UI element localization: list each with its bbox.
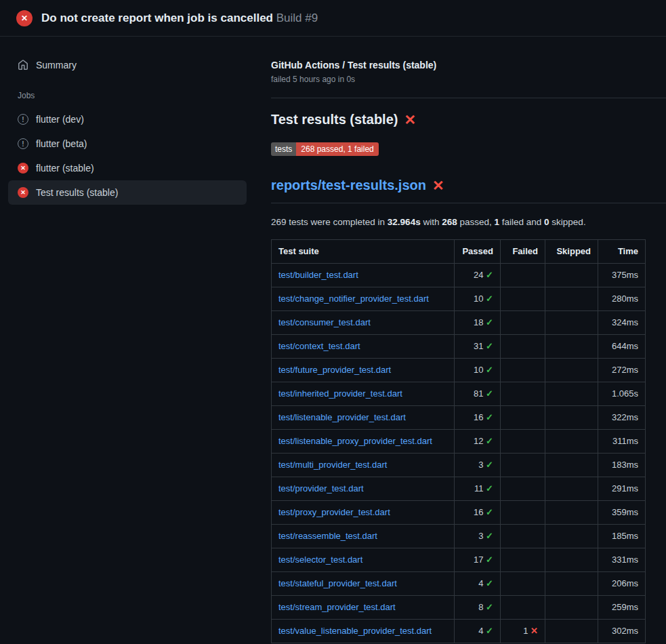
sidebar-item-label: flutter (dev) (36, 114, 84, 125)
build-title: Do not create report when job is cancell… (41, 12, 318, 25)
results-table-body: test/builder_test.dart24 ✓375mstest/chan… (272, 264, 646, 643)
time-cell: 302ms (598, 620, 646, 643)
check-icon: ✓ (486, 317, 493, 327)
table-row: test/reassemble_test.dart3 ✓185ms (272, 525, 646, 548)
test-suite-link[interactable]: test/stream_provider_test.dart (278, 602, 396, 612)
table-row: test/builder_test.dart24 ✓375ms (272, 264, 646, 287)
test-suite-link[interactable]: test/context_test.dart (278, 341, 360, 351)
sidebar-item-test-results-stable[interactable]: ✕Test results (stable) (8, 180, 247, 205)
test-suite-link[interactable]: test/reassemble_test.dart (278, 531, 377, 541)
failed-cell (501, 501, 545, 525)
check-icon: ✓ (486, 294, 493, 304)
check-icon: ✓ (486, 341, 493, 351)
skipped-cell (545, 620, 598, 643)
summary-passed-count: 268 (442, 217, 457, 227)
skipped-cell (545, 311, 598, 335)
test-suite-link[interactable]: test/inherited_provider_test.dart (278, 388, 402, 399)
table-row: test/listenable_proxy_provider_test.dart… (272, 430, 646, 454)
passed-cell: 31 ✓ (455, 335, 501, 359)
check-icon: ✓ (486, 412, 493, 422)
sidebar-item-flutter-dev[interactable]: !flutter (dev) (8, 107, 247, 132)
check-icon: ✓ (486, 578, 493, 588)
failed-cell (501, 359, 545, 382)
skipped-cell (545, 430, 598, 454)
time-cell: 324ms (598, 311, 646, 335)
test-suite-cell: test/provider_test.dart (272, 477, 455, 501)
x-circle-icon: ✕ (16, 10, 33, 26)
test-suite-cell: test/value_listenable_provider_test.dart (272, 620, 455, 643)
test-suite-link[interactable]: test/future_provider_test.dart (278, 365, 391, 375)
summary-part: skipped. (549, 217, 586, 227)
summary-part: with (421, 217, 442, 227)
failed-x-icon: ✕ (404, 113, 416, 127)
time-cell: 272ms (598, 359, 646, 382)
time-cell: 644ms (598, 335, 646, 359)
main-content: GitHub Actions / Test results (stable) f… (255, 37, 666, 643)
test-suite-link[interactable]: test/change_notifier_provider_test.dart (278, 294, 429, 304)
column-header-time: Time (598, 240, 646, 264)
skipped-cell (545, 477, 598, 501)
check-icon: ✓ (486, 555, 493, 565)
badge-value: 268 passed, 1 failed (296, 142, 378, 156)
summary-duration: 32.964s (388, 217, 421, 227)
failed-cell (501, 406, 545, 430)
table-row: test/value_listenable_provider_test.dart… (272, 620, 646, 643)
sidebar-item-label: Test results (stable) (36, 187, 118, 198)
test-suite-link[interactable]: test/listenable_proxy_provider_test.dart (278, 436, 432, 446)
failed-x-icon: ✕ (432, 178, 444, 193)
column-header-passed: Passed (455, 240, 501, 264)
time-cell: 322ms (598, 406, 646, 430)
check-icon: ✓ (486, 388, 493, 399)
exclamation-circle-icon: ! (18, 114, 28, 125)
skipped-cell (545, 572, 598, 596)
passed-cell: 16 ✓ (455, 406, 501, 430)
passed-cell: 3 ✓ (455, 525, 501, 548)
report-link[interactable]: reports/test-results.json (271, 178, 426, 193)
test-suite-link[interactable]: test/stateful_provider_test.dart (278, 578, 397, 588)
passed-cell: 17 ✓ (455, 548, 501, 572)
summary-part: failed and (499, 217, 544, 227)
skipped-cell (545, 264, 598, 287)
test-suite-link[interactable]: test/listenable_provider_test.dart (278, 412, 406, 422)
table-row: test/selector_test.dart17 ✓331ms (272, 548, 646, 572)
summary-skipped-count: 0 (544, 217, 549, 227)
sidebar: Summary Jobs !flutter (dev)!flutter (bet… (0, 37, 255, 205)
test-suite-link[interactable]: test/selector_test.dart (278, 555, 362, 565)
home-icon (18, 60, 28, 71)
sidebar-item-flutter-beta[interactable]: !flutter (beta) (8, 132, 247, 156)
jobs-section-heading: Jobs (8, 77, 247, 107)
test-suite-link[interactable]: test/value_listenable_provider_test.dart (278, 626, 432, 636)
failed-cell: 1 ✕ (501, 620, 545, 643)
failed-cell (501, 382, 545, 406)
section-title-text: Test results (stable) (271, 112, 398, 127)
skipped-cell (545, 525, 598, 548)
failed-cell (501, 335, 545, 359)
time-cell: 185ms (598, 525, 646, 548)
column-header-failed: Failed (501, 240, 545, 264)
jobs-list: !flutter (dev)!flutter (beta)✕flutter (s… (8, 107, 247, 205)
failed-cell (501, 430, 545, 454)
skipped-cell (545, 406, 598, 430)
test-suite-link[interactable]: test/consumer_test.dart (278, 317, 371, 327)
report-heading: reports/test-results.json ✕ (271, 178, 666, 193)
sidebar-item-summary[interactable]: Summary (8, 53, 247, 77)
page-layout: Summary Jobs !flutter (dev)!flutter (bet… (0, 37, 666, 643)
check-icon: ✓ (486, 626, 493, 636)
test-suite-link[interactable]: test/multi_provider_test.dart (278, 460, 387, 470)
check-icon: ✓ (486, 602, 493, 612)
test-suite-link[interactable]: test/builder_test.dart (278, 270, 358, 280)
test-suite-cell: test/inherited_provider_test.dart (272, 382, 455, 406)
check-icon: ✓ (486, 483, 493, 494)
sidebar-item-label: Summary (36, 60, 77, 71)
build-number: Build #9 (276, 12, 318, 24)
test-suite-cell: test/context_test.dart (272, 335, 455, 359)
sidebar-item-flutter-stable[interactable]: ✕flutter (stable) (8, 156, 247, 180)
test-suite-link[interactable]: test/proxy_provider_test.dart (278, 507, 390, 517)
table-row: test/inherited_provider_test.dart81 ✓1.0… (272, 382, 646, 406)
passed-cell: 4 ✓ (455, 620, 501, 643)
test-suite-link[interactable]: test/provider_test.dart (278, 483, 364, 494)
build-title-text: Do not create report when job is cancell… (41, 12, 273, 24)
divider (271, 203, 666, 203)
check-icon: ✓ (486, 531, 493, 541)
time-cell: 280ms (598, 287, 646, 311)
